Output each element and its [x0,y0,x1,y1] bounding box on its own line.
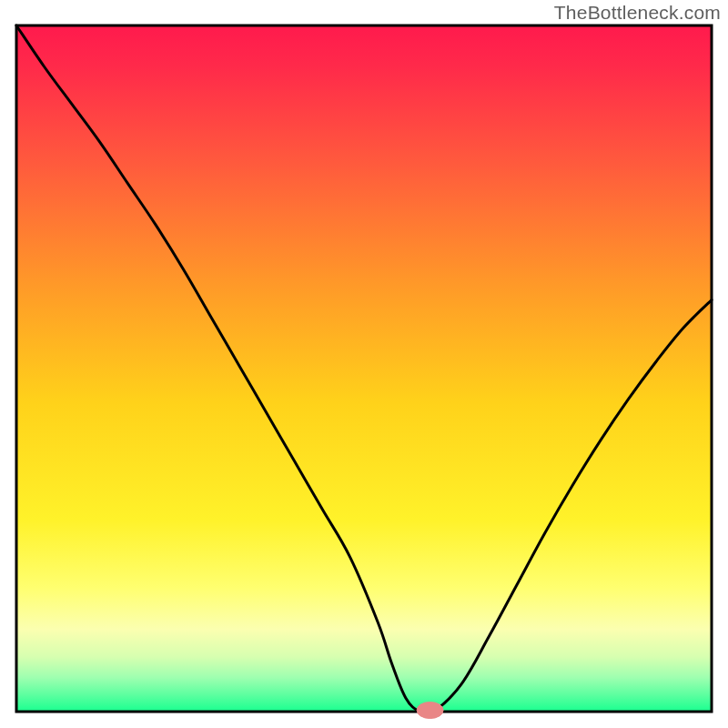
optimal-marker [417,702,443,718]
bottleneck-chart [0,0,728,728]
attribution-label: TheBottleneck.com [554,2,721,24]
plot-gradient-background [16,25,712,712]
chart-container: TheBottleneck.com [0,0,728,728]
